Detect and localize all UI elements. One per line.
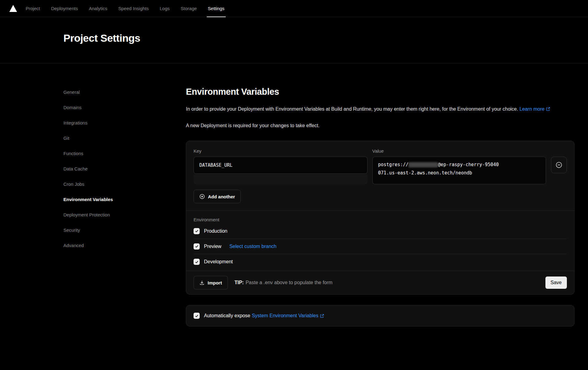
page-header: Project Settings	[0, 17, 588, 63]
import-label: Import	[208, 280, 222, 285]
page-title: Project Settings	[63, 32, 140, 44]
check-icon	[195, 244, 199, 248]
env-row-development: Development	[194, 254, 567, 269]
preview-label: Preview	[204, 244, 221, 249]
nav-tab-speed-insights[interactable]: Speed Insights	[113, 0, 154, 17]
save-button[interactable]: Save	[545, 277, 567, 289]
add-another-button[interactable]: Add another	[194, 190, 241, 203]
top-nav: Project Deployments Analytics Speed Insi…	[0, 0, 588, 17]
section-heading: Environment Variables	[186, 87, 575, 97]
tip-body: Paste a .env above to populate the form	[246, 280, 333, 285]
sidebar-item-security[interactable]: Security	[63, 227, 186, 234]
redeploy-note: A new Deployment is required for your ch…	[186, 123, 575, 128]
external-link-icon	[320, 314, 324, 318]
check-icon	[195, 314, 199, 318]
sidebar-item-domains[interactable]: Domains	[63, 104, 186, 111]
tip-bold: TIP:	[235, 280, 244, 285]
nav-tab-deployments[interactable]: Deployments	[46, 0, 84, 17]
auto-expose-checkbox[interactable]	[194, 313, 200, 319]
sidebar-item-deployment-protection[interactable]: Deployment Protection	[63, 211, 186, 218]
nav-tab-analytics[interactable]: Analytics	[83, 0, 113, 17]
import-button[interactable]: Import	[194, 276, 228, 289]
value-prefix: postgres://	[378, 162, 409, 167]
production-label: Production	[204, 228, 228, 234]
value-label: Value	[372, 148, 546, 154]
add-another-label: Add another	[208, 194, 235, 199]
environment-section: Environment Production Preview Select cu…	[186, 211, 574, 271]
intro-text: In order to provide your Deployment with…	[186, 106, 518, 112]
key-input[interactable]	[194, 157, 368, 174]
env-row-preview: Preview Select custom branch	[194, 239, 567, 254]
value-host-part2: 071.us-east-2.aws.neon.tech/neondb	[378, 169, 541, 177]
auto-expose-text: Automatically expose	[204, 313, 250, 319]
key-input-extension[interactable]	[194, 174, 368, 184]
check-icon	[195, 229, 199, 233]
env-row-production: Production	[194, 223, 567, 239]
remove-row-button[interactable]	[551, 157, 567, 173]
external-link-icon	[546, 107, 550, 111]
system-env-vars-link[interactable]: System Environment Variables	[252, 313, 318, 319]
tip-text: TIP:Paste a .env above to populate the f…	[235, 280, 333, 285]
value-host-part1: @ep-raspy-cherry-95040	[438, 162, 499, 167]
plus-circle-icon	[199, 194, 205, 199]
minus-circle-icon	[556, 162, 562, 168]
production-checkbox[interactable]	[194, 228, 200, 234]
preview-checkbox[interactable]	[194, 243, 200, 250]
check-icon	[195, 260, 199, 264]
download-icon	[199, 280, 205, 285]
card-footer: Import TIP:Paste a .env above to populat…	[186, 271, 574, 294]
key-field-stack	[194, 157, 368, 184]
sidebar-item-git[interactable]: Git	[63, 135, 186, 142]
development-label: Development	[204, 259, 233, 265]
select-custom-branch-link[interactable]: Select custom branch	[229, 244, 277, 249]
redacted-secret	[409, 162, 438, 167]
settings-sidebar: General Domains Integrations Git Functio…	[63, 87, 186, 326]
sidebar-item-integrations[interactable]: Integrations	[63, 119, 186, 126]
env-var-editor-card: Key Value postgres://@ep-raspy-cherry-95…	[186, 141, 575, 295]
development-checkbox[interactable]	[194, 259, 200, 265]
learn-more-link[interactable]: Learn more	[519, 106, 545, 112]
sidebar-item-data-cache[interactable]: Data Cache	[63, 165, 186, 172]
main-panel: Environment Variables In order to provid…	[186, 87, 575, 326]
section-description: In order to provide your Deployment with…	[186, 104, 575, 114]
key-label: Key	[194, 148, 368, 154]
sidebar-item-environment-variables[interactable]: Environment Variables	[63, 196, 186, 203]
auto-expose-card: Automatically expose System Environment …	[186, 305, 575, 326]
nav-tab-project[interactable]: Project	[20, 0, 46, 17]
value-textarea[interactable]: postgres://@ep-raspy-cherry-95040 071.us…	[372, 157, 546, 184]
environment-label: Environment	[194, 217, 567, 222]
content: General Domains Integrations Git Functio…	[0, 63, 588, 326]
sidebar-item-advanced[interactable]: Advanced	[63, 242, 186, 249]
nav-tab-logs[interactable]: Logs	[154, 0, 175, 17]
nav-tab-settings[interactable]: Settings	[202, 0, 230, 17]
sidebar-item-general[interactable]: General	[63, 89, 186, 96]
vercel-logo-icon[interactable]	[9, 0, 17, 17]
sidebar-item-cron-jobs[interactable]: Cron Jobs	[63, 181, 186, 188]
sidebar-item-functions[interactable]: Functions	[63, 150, 186, 157]
nav-tab-storage[interactable]: Storage	[175, 0, 202, 17]
